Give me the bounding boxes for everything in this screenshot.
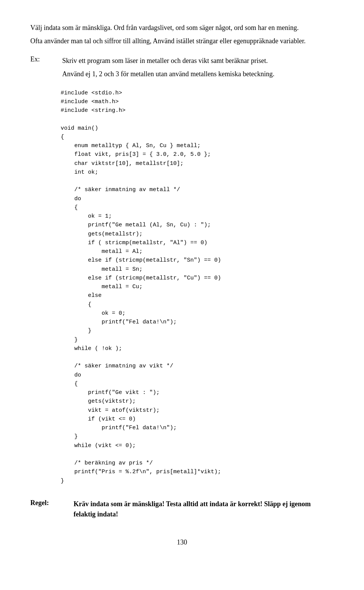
page-content: Välj indata som är mänskliga. Ord från v… [30,23,334,546]
ex-description: Skriv ett program som läser in metaller … [62,55,275,82]
ex-section: Ex: Skriv ett program som läser in metal… [30,55,334,82]
ex-text2: Använd ej 1, 2 och 3 för metallen utan a… [62,69,275,80]
regel-label: Regel: [30,499,64,507]
intro-line2: Ofta använder man tal och siffror till a… [30,36,334,46]
code-block: #include <stdio.h> #include <math.h> #in… [61,89,334,485]
regel-section: Regel: Kräv indata som är mänskliga! Tes… [30,499,334,519]
regel-text: Kräv indata som är mänskliga! Testa allt… [74,499,334,519]
ex-label: Ex: [30,55,53,82]
page-number: 130 [30,538,334,546]
intro-line1: Välj indata som är mänskliga. Ord från v… [30,23,334,33]
ex-text1: Skriv ett program som läser in metaller … [62,55,275,66]
